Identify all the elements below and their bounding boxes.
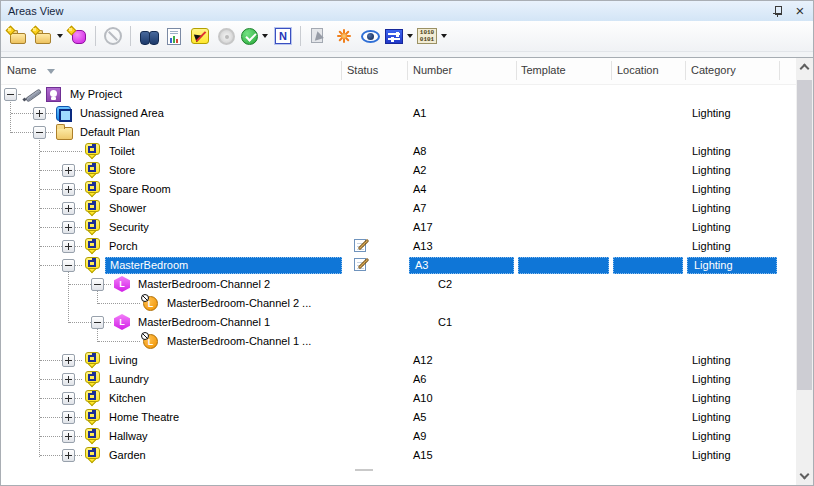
toolbar-toggle-arrows-button[interactable]	[187, 23, 213, 49]
column-header-template[interactable]: Template	[521, 64, 566, 76]
column-header-status[interactable]: Status	[347, 64, 378, 76]
tree-row-hallway[interactable]: HallwayA9Lighting	[1, 427, 796, 446]
dropdown-arrow-icon[interactable]	[407, 34, 413, 38]
column-header-number[interactable]: Number	[413, 64, 452, 76]
expand-toggle[interactable]	[91, 316, 104, 329]
toolbar-report-button[interactable]	[161, 23, 187, 49]
tree-row-security[interactable]: SecurityA17Lighting	[1, 218, 796, 237]
expand-toggle[interactable]	[62, 392, 75, 405]
toolbar-separator	[300, 26, 301, 46]
dropdown-arrow-icon[interactable]	[441, 34, 447, 38]
toolbar-approve-button[interactable]	[239, 23, 270, 49]
tree-row-kitchen[interactable]: KitchenA10Lighting	[1, 389, 796, 408]
scrollbar-thumb[interactable]	[797, 80, 812, 390]
column-header-location[interactable]: Location	[617, 64, 659, 76]
expand-toggle[interactable]	[62, 240, 75, 253]
tree-row-default-plan[interactable]: Default Plan	[1, 123, 796, 142]
tree-row-living[interactable]: LivingA12Lighting	[1, 351, 796, 370]
tree-item-label[interactable]: Home Theatre	[109, 408, 179, 427]
tree-row-garden[interactable]: GardenA15Lighting	[1, 446, 796, 465]
tree-row-unassigned-area[interactable]: Unassigned AreaA1Lighting	[1, 104, 796, 123]
tree-row-store[interactable]: StoreA2Lighting	[1, 161, 796, 180]
expand-toggle[interactable]	[62, 430, 75, 443]
toolbar-new-folder-menu-button[interactable]	[31, 23, 65, 49]
tree-row-masterbedroom-channel-2[interactable]: MasterBedroom-Channel 2C2	[1, 275, 796, 294]
toolbar-view-button[interactable]	[357, 23, 383, 49]
close-icon[interactable]	[794, 2, 806, 20]
partial-status-icon	[355, 469, 373, 471]
pin-icon[interactable]	[772, 5, 783, 18]
tree-item-label[interactable]: Toilet	[109, 142, 135, 161]
tree-item-label[interactable]: Hallway	[109, 427, 148, 446]
expand-toggle[interactable]	[62, 449, 75, 462]
toolbar-new-folder-button[interactable]	[5, 23, 31, 49]
tree-item-label[interactable]: MasterBedroom-Channel 2	[138, 275, 270, 294]
expand-toggle[interactable]	[91, 278, 104, 291]
toolbar-unavailable-button[interactable]	[100, 23, 126, 49]
area-icon	[85, 143, 102, 159]
toolbar-levels-button[interactable]	[383, 23, 415, 49]
tree-item-label[interactable]: Garden	[109, 446, 146, 465]
column-separator	[341, 61, 342, 80]
expand-toggle[interactable]	[33, 126, 46, 139]
tree-item-label[interactable]: Default Plan	[80, 123, 140, 142]
tree-row-spare-room[interactable]: Spare RoomA4Lighting	[1, 180, 796, 199]
tree-item-label[interactable]: MasterBedroom	[105, 257, 342, 274]
location-cell	[613, 257, 683, 274]
scroll-up-button[interactable]	[796, 58, 813, 75]
expand-toggle[interactable]	[33, 107, 46, 120]
tree-row-toilet[interactable]: ToiletA8Lighting	[1, 142, 796, 161]
tree-item-label[interactable]: Unassigned Area	[80, 104, 164, 123]
toolbar-raw-data-button[interactable]: 10100101	[415, 23, 449, 49]
tree-item-label[interactable]: MasterBedroom-Channel 1 ...	[167, 332, 311, 351]
tree-item-label[interactable]: Security	[109, 218, 149, 237]
tree-item-label[interactable]: Spare Room	[109, 180, 171, 199]
tree-row-shower[interactable]: ShowerA7Lighting	[1, 199, 796, 218]
tree-row-laundry[interactable]: LaundryA6Lighting	[1, 370, 796, 389]
tree-item-label[interactable]: MasterBedroom-Channel 1	[138, 313, 270, 332]
column-header-name[interactable]: Name	[7, 64, 36, 76]
toolbar-notes-button[interactable]: N	[270, 23, 296, 49]
toolbar-assign-button[interactable]	[305, 23, 331, 49]
expand-toggle[interactable]	[62, 202, 75, 215]
expand-toggle[interactable]	[62, 221, 75, 234]
tree-connector	[40, 208, 82, 209]
tree-row-masterbedroom[interactable]: MasterBedroomA3Lighting	[1, 256, 796, 275]
expand-toggle[interactable]	[62, 411, 75, 424]
category-cell: Lighting	[685, 370, 778, 389]
number-cell: A15	[407, 446, 515, 465]
expand-toggle[interactable]	[62, 373, 75, 386]
tree-item-label[interactable]: Porch	[109, 237, 138, 256]
tree-row-porch[interactable]: PorchA13Lighting	[1, 237, 796, 256]
expand-toggle[interactable]	[62, 354, 75, 367]
column-header-category[interactable]: Category	[691, 64, 736, 76]
tree-item-label[interactable]: Laundry	[109, 370, 149, 389]
category-cell: Lighting	[685, 218, 778, 237]
tree-item-label[interactable]: Living	[109, 351, 138, 370]
tree-item-label[interactable]: MasterBedroom-Channel 2 ...	[167, 294, 311, 313]
expand-toggle[interactable]	[4, 88, 17, 101]
tree-item-label[interactable]: Store	[109, 161, 135, 180]
toolbar-new-area-button[interactable]	[65, 23, 91, 49]
expand-toggle[interactable]	[62, 259, 75, 272]
toolbar-disc-button[interactable]	[213, 23, 239, 49]
toolbar-burst-button[interactable]	[331, 23, 357, 49]
tree-row-home-theatre[interactable]: Home TheatreA5Lighting	[1, 408, 796, 427]
tree-item-label[interactable]: My Project	[70, 85, 122, 104]
expand-toggle[interactable]	[62, 164, 75, 177]
tree-row-masterbedroom-channel-1[interactable]: MasterBedroom-Channel 1 ...	[1, 332, 796, 351]
expand-toggle[interactable]	[62, 183, 75, 196]
area-icon	[85, 390, 102, 406]
toolbar-find-button[interactable]	[135, 23, 161, 49]
n-box-icon: N	[275, 28, 291, 44]
tree-row-my-project[interactable]: My Project	[1, 85, 796, 104]
tree-row-masterbedroom-channel-1[interactable]: MasterBedroom-Channel 1C1	[1, 313, 796, 332]
tree-item-label[interactable]: Kitchen	[109, 389, 146, 408]
dropdown-arrow-icon[interactable]	[262, 34, 268, 38]
scroll-down-button[interactable]	[796, 467, 813, 484]
tree-row-masterbedroom-channel-2[interactable]: MasterBedroom-Channel 2 ...	[1, 294, 796, 313]
vertical-scrollbar[interactable]	[796, 58, 813, 485]
tree-item-label[interactable]: Shower	[109, 199, 146, 218]
dropdown-arrow-icon[interactable]	[57, 34, 63, 38]
number-cell: A10	[407, 389, 515, 408]
